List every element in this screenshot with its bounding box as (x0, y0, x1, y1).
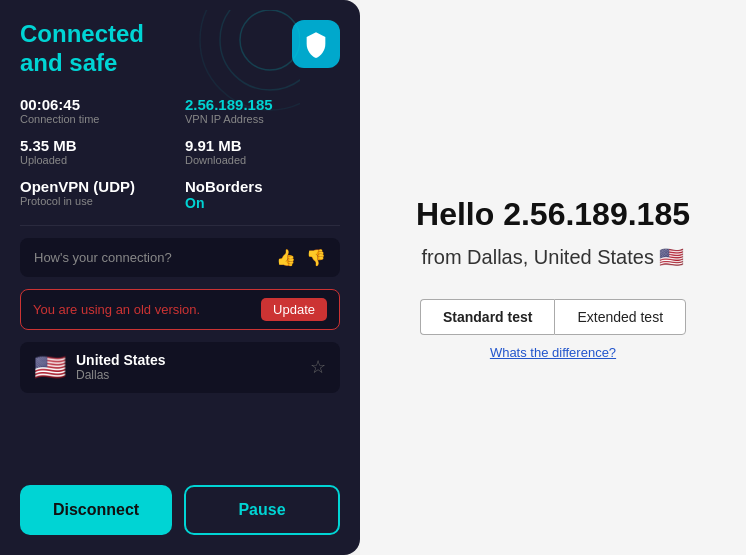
pause-button[interactable]: Pause (184, 485, 340, 535)
location-name: United States (76, 352, 165, 368)
update-text: You are using an old version. (33, 302, 200, 317)
thumbdown-icon[interactable]: 👎 (306, 248, 326, 267)
location-flag: 🇺🇸 (34, 352, 66, 383)
extended-test-button[interactable]: Extended test (554, 299, 686, 335)
favorite-icon[interactable]: ☆ (310, 356, 326, 378)
vpn-ip-stat: 2.56.189.185 VPN IP Address (185, 96, 340, 125)
uploaded-stat: 5.35 MB Uploaded (20, 137, 175, 166)
divider-1 (20, 225, 340, 226)
feedback-icons: 👍 👎 (276, 248, 326, 267)
stats-grid: 00:06:45 Connection time 2.56.189.185 VP… (20, 96, 340, 211)
thumbup-icon[interactable]: 👍 (276, 248, 296, 267)
test-buttons-group: Standard test Extended test (420, 299, 686, 335)
vpn-panel: Connected and safe 00:06:45 Connection t… (0, 0, 360, 555)
header-section: Connected and safe (20, 20, 340, 78)
downloaded-label: Downloaded (185, 154, 340, 166)
vpn-ip-label: VPN IP Address (185, 113, 340, 125)
status-title: Connected and safe (20, 20, 144, 78)
feedback-text: How's your connection? (34, 250, 172, 265)
uploaded-label: Uploaded (20, 154, 175, 166)
disconnect-button[interactable]: Disconnect (20, 485, 172, 535)
whats-difference-link[interactable]: Whats the difference? (490, 345, 616, 360)
location-bar: 🇺🇸 United States Dallas ☆ (20, 342, 340, 393)
update-bar: You are using an old version. Update (20, 289, 340, 330)
right-panel: Hello 2.56.189.185 from Dallas, United S… (360, 0, 746, 555)
downloaded-value: 9.91 MB (185, 137, 340, 154)
location-city: Dallas (76, 368, 165, 382)
connected-line1: Connected (20, 20, 144, 49)
vpn-ip-value: 2.56.189.185 (185, 96, 340, 113)
noborders-stat: NoBorders On (185, 178, 340, 211)
protocol-value: OpenVPN (UDP) (20, 178, 175, 195)
shield-icon-wrapper (292, 20, 340, 68)
connection-time-value: 00:06:45 (20, 96, 175, 113)
downloaded-stat: 9.91 MB Downloaded (185, 137, 340, 166)
update-button[interactable]: Update (261, 298, 327, 321)
noborders-label: NoBorders (185, 178, 340, 195)
connected-line2: and safe (20, 49, 144, 78)
uploaded-value: 5.35 MB (20, 137, 175, 154)
hello-ip-title: Hello 2.56.189.185 (416, 196, 690, 233)
standard-test-button[interactable]: Standard test (420, 299, 554, 335)
protocol-stat: OpenVPN (UDP) Protocol in use (20, 178, 175, 211)
connection-time-label: Connection time (20, 113, 175, 125)
feedback-bar: How's your connection? 👍 👎 (20, 238, 340, 277)
connection-time-stat: 00:06:45 Connection time (20, 96, 175, 125)
protocol-label: Protocol in use (20, 195, 175, 207)
action-buttons: Disconnect Pause (20, 485, 340, 535)
from-location-text: from Dallas, United States 🇺🇸 (422, 245, 685, 269)
noborders-value: On (185, 195, 340, 211)
location-left: 🇺🇸 United States Dallas (34, 352, 165, 383)
location-info: United States Dallas (76, 352, 165, 382)
shield-icon (302, 30, 330, 58)
